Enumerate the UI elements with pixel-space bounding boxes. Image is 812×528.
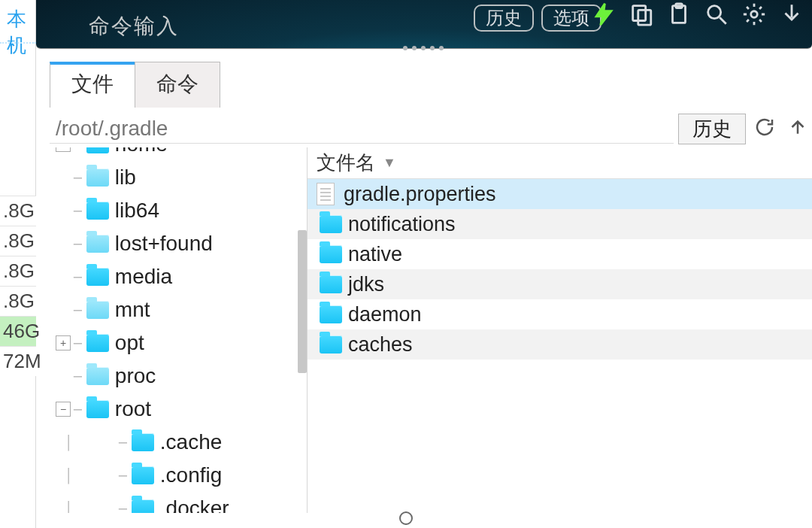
tree-item[interactable]: ─lib — [48, 161, 298, 194]
download-icon[interactable] — [779, 2, 804, 30]
bolt-icon[interactable] — [591, 2, 617, 30]
file-row[interactable]: jdks — [308, 269, 812, 299]
command-buttons: 历史 选项 — [474, 5, 601, 32]
search-icon[interactable] — [704, 2, 729, 30]
folder-icon — [86, 235, 109, 253]
filelist-header[interactable]: 文件名 ▼ — [308, 147, 812, 179]
tab-commands[interactable]: 命令 — [135, 62, 220, 108]
tree-item[interactable]: │ ─.config — [48, 459, 298, 492]
size-cell: .8G — [0, 196, 36, 226]
tree-item[interactable]: ─media — [48, 260, 298, 293]
file-icon — [317, 183, 335, 205]
tree-label: mnt — [115, 298, 150, 322]
expand-icon[interactable]: + — [56, 147, 71, 152]
size-cell: 72M — [0, 346, 36, 376]
folder-icon — [320, 305, 342, 323]
folder-icon — [86, 202, 109, 220]
tree-label: lib — [115, 165, 136, 190]
file-row[interactable]: notifications — [308, 209, 812, 239]
tree-item[interactable]: −─root — [48, 393, 298, 426]
tree-item[interactable]: +─home — [48, 147, 298, 161]
tree-spacer — [56, 302, 71, 317]
file-name: notifications — [348, 213, 456, 236]
tab-bar: 文件 命令 — [50, 62, 220, 108]
tree-item[interactable]: │ ─.docker — [48, 492, 298, 513]
tree-label: opt — [115, 331, 144, 355]
folder-icon — [320, 245, 342, 263]
nav-icons — [753, 116, 809, 141]
file-list: 文件名 ▼ gradle.propertiesnotificationsnati… — [307, 147, 812, 513]
tree-item[interactable]: ─mnt — [48, 293, 298, 326]
main-area: +─home ─lib ─lib64 ─lost+found ─media ─m… — [48, 147, 812, 513]
size-cell: 46G — [0, 316, 36, 346]
tree-item[interactable]: +─opt — [48, 326, 298, 360]
path-bar: 历史 — [50, 113, 812, 144]
folder-tree[interactable]: +─home ─lib ─lib64 ─lost+found ─media ─m… — [48, 147, 298, 513]
collapse-icon[interactable]: − — [56, 402, 71, 417]
path-history-button[interactable]: 历史 — [678, 114, 746, 144]
svg-line-5 — [720, 17, 726, 24]
file-name: caches — [348, 333, 413, 357]
up-icon[interactable] — [786, 116, 809, 141]
tree-label: .config — [160, 463, 223, 487]
file-row[interactable]: daemon — [308, 299, 812, 329]
folder-icon — [132, 466, 154, 484]
tree-spacer — [101, 435, 116, 450]
folder-icon — [320, 335, 342, 354]
path-input[interactable] — [50, 114, 674, 144]
splitter[interactable] — [298, 147, 307, 513]
folder-icon — [86, 367, 109, 385]
file-row[interactable]: caches — [308, 329, 812, 360]
tree-label: .cache — [160, 430, 223, 454]
file-name: jdks — [348, 273, 384, 296]
command-input-placeholder[interactable]: 命令输入 — [89, 12, 179, 41]
file-name: gradle.properties — [344, 183, 496, 206]
expand-icon[interactable]: + — [56, 335, 71, 350]
refresh-icon[interactable] — [753, 116, 776, 141]
toolbar-icons — [591, 2, 804, 30]
size-cell: .8G — [0, 226, 36, 256]
column-filename: 文件名 — [317, 150, 375, 176]
tree-spacer — [56, 170, 71, 185]
tree-spacer — [101, 501, 116, 513]
command-bar: 命令输入 历史 选项 — [36, 0, 812, 49]
folder-icon — [320, 275, 342, 293]
size-cell: .8G — [0, 256, 36, 286]
folder-icon — [132, 433, 154, 451]
tree-spacer — [56, 369, 71, 384]
bottom-resize-handle[interactable] — [399, 511, 413, 525]
sort-indicator-icon: ▼ — [383, 155, 396, 171]
file-name: daemon — [348, 303, 422, 326]
tree-spacer — [56, 203, 71, 218]
tree-item[interactable]: ─lib64 — [48, 194, 298, 227]
tree-spacer — [56, 269, 71, 284]
tree-label: .docker — [160, 496, 229, 513]
tree-spacer — [101, 468, 116, 483]
copy-icon[interactable] — [629, 2, 654, 30]
size-list: .8G.8G.8G.8G46G72M — [0, 196, 36, 376]
resize-grip[interactable] — [403, 46, 445, 50]
tree-item[interactable]: │ ─.cache — [48, 426, 298, 459]
svg-point-4 — [708, 6, 721, 19]
folder-icon — [132, 499, 154, 513]
tree-label: lost+found — [115, 232, 213, 256]
svg-rect-0 — [633, 6, 646, 21]
paste-icon[interactable] — [666, 2, 692, 30]
tree-item[interactable]: ─proc — [48, 360, 298, 393]
svg-point-6 — [751, 11, 758, 18]
file-row[interactable]: gradle.properties — [308, 179, 812, 209]
folder-icon — [86, 334, 109, 352]
folder-icon — [86, 268, 109, 286]
history-button[interactable]: 历史 — [474, 5, 534, 32]
local-machine-label[interactable]: 本机 — [0, 6, 33, 59]
gear-icon[interactable] — [741, 2, 767, 30]
tab-files[interactable]: 文件 — [50, 62, 135, 108]
tree-label: lib64 — [115, 199, 159, 223]
tree-label: root — [115, 397, 151, 421]
file-row[interactable]: native — [308, 239, 812, 269]
tree-item[interactable]: ─lost+found — [48, 227, 298, 260]
folder-icon — [320, 215, 342, 233]
left-separator — [0, 42, 36, 44]
folder-icon — [86, 400, 109, 418]
folder-icon — [86, 168, 109, 187]
